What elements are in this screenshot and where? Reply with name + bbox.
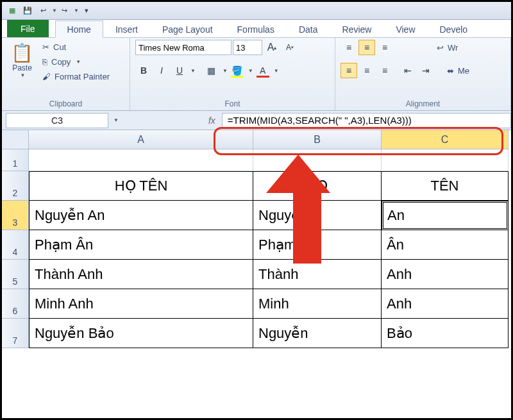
- fill-dropdown-icon[interactable]: ▼: [248, 68, 253, 74]
- format-painter-button[interactable]: 🖌Format Painter: [40, 71, 112, 83]
- paste-label: Paste: [12, 63, 32, 72]
- merge-label: Me: [458, 66, 469, 76]
- tab-developer[interactable]: Develo: [428, 21, 480, 37]
- cell-a6[interactable]: Minh Anh: [29, 289, 253, 319]
- cell-a4[interactable]: Phạm Ân: [29, 230, 253, 260]
- redo-dropdown-icon[interactable]: ▼: [74, 8, 79, 13]
- align-right-button[interactable]: ≡: [376, 63, 393, 78]
- align-left-button[interactable]: ≡: [341, 63, 357, 78]
- cell-b7[interactable]: Nguyễn: [253, 319, 382, 348]
- row-header-7[interactable]: 7: [2, 319, 29, 348]
- format-painter-label: Format Painter: [55, 72, 110, 81]
- clipboard-group-label: Clipboard: [7, 98, 124, 110]
- tab-insert[interactable]: Insert: [103, 21, 150, 37]
- merge-icon: ⬌: [447, 66, 454, 76]
- tab-home[interactable]: Home: [55, 21, 103, 38]
- copy-button[interactable]: ⎘Copy▼: [40, 56, 112, 68]
- fontcolor-dropdown-icon[interactable]: ▼: [274, 68, 279, 74]
- borders-button[interactable]: ▦: [203, 63, 220, 78]
- cell-b4[interactable]: Phạm: [253, 230, 382, 260]
- cell-c7[interactable]: Bảo: [382, 319, 509, 348]
- row-header-1[interactable]: 1: [2, 149, 29, 171]
- col-header-c[interactable]: C: [382, 130, 509, 149]
- undo-icon[interactable]: ↩: [37, 5, 49, 17]
- excel-icon: ▦: [6, 5, 18, 17]
- cell-c2[interactable]: TÊN: [382, 171, 509, 201]
- merge-button[interactable]: ⬌Me: [444, 65, 472, 77]
- group-alignment: ≡ ≡ ≡ ↩Wr ≡ ≡ ≡ ⇤ ⇥ ⬌Me Alignment: [335, 38, 511, 110]
- font-size-select[interactable]: [233, 40, 262, 55]
- cell-c3[interactable]: An: [382, 201, 509, 230]
- cell-a5[interactable]: Thành Anh: [29, 260, 253, 289]
- col-header-b[interactable]: B: [253, 130, 382, 149]
- qat-customize-icon[interactable]: ▾: [81, 5, 92, 17]
- fill-color-button[interactable]: 🪣: [229, 63, 246, 78]
- shrink-font-button[interactable]: A▾: [282, 40, 298, 55]
- cell-c4[interactable]: Ân: [382, 230, 509, 260]
- name-box[interactable]: [6, 113, 108, 128]
- wrap-text-button[interactable]: ↩Wr: [434, 42, 460, 54]
- align-top-button[interactable]: ≡: [341, 40, 357, 55]
- paste-dropdown-icon[interactable]: ▼: [21, 72, 26, 78]
- align-center-button[interactable]: ≡: [358, 63, 375, 78]
- increase-indent-button[interactable]: ⇥: [417, 63, 434, 78]
- cut-button[interactable]: ✂Cut: [40, 41, 112, 53]
- font-name-select[interactable]: [135, 40, 231, 55]
- copy-icon: ⎘: [42, 57, 47, 67]
- underline-dropdown-icon[interactable]: ▼: [190, 68, 196, 74]
- tab-page-layout[interactable]: Page Layout: [150, 21, 225, 37]
- cell-a3[interactable]: Nguyễn An: [29, 201, 253, 230]
- tab-file[interactable]: File: [7, 20, 49, 37]
- align-middle-button[interactable]: ≡: [358, 40, 375, 55]
- paste-button[interactable]: 📋 Paste ▼: [7, 40, 37, 81]
- redo-icon[interactable]: ↪: [59, 5, 71, 17]
- ribbon: 📋 Paste ▼ ✂Cut ⎘Copy▼ 🖌Format Painter Cl…: [2, 38, 511, 111]
- fx-icon[interactable]: fx: [208, 115, 215, 126]
- grow-font-button[interactable]: A▴: [264, 40, 280, 55]
- cell-b3[interactable]: Nguyễn: [253, 201, 382, 230]
- cell-b1[interactable]: [253, 149, 382, 171]
- quick-access-toolbar: ▦ 💾 ↩▼ ↪▼ ▾: [2, 2, 511, 20]
- decrease-indent-button[interactable]: ⇤: [399, 63, 416, 78]
- cell-c5[interactable]: Anh: [382, 260, 509, 289]
- row-header-3[interactable]: 3: [2, 201, 29, 230]
- tab-view[interactable]: View: [383, 21, 427, 37]
- save-icon[interactable]: 💾: [22, 5, 33, 17]
- row-header-2[interactable]: 2: [2, 171, 29, 201]
- tab-review[interactable]: Review: [330, 21, 384, 37]
- align-bottom-button[interactable]: ≡: [376, 40, 393, 55]
- alignment-group-label: Alignment: [341, 98, 505, 110]
- italic-button[interactable]: I: [153, 63, 170, 78]
- cell-c6[interactable]: Anh: [382, 289, 509, 319]
- undo-dropdown-icon[interactable]: ▼: [52, 8, 57, 13]
- formula-bar[interactable]: [222, 113, 511, 128]
- cell-a1[interactable]: [29, 149, 253, 171]
- select-all-corner[interactable]: [2, 130, 29, 149]
- cell-a2[interactable]: HỌ TÊN: [29, 171, 253, 201]
- group-font: A▴ A▾ B I U▼ ▦▼ 🪣▼ A▼ Font: [130, 38, 335, 110]
- cell-b5[interactable]: Thành: [253, 260, 382, 289]
- col-header-a[interactable]: A: [29, 130, 253, 149]
- row-header-4[interactable]: 4: [2, 230, 29, 260]
- tab-formulas[interactable]: Formulas: [225, 21, 287, 37]
- underline-button[interactable]: U: [171, 63, 188, 78]
- cell-b2[interactable]: HỌ: [253, 171, 382, 201]
- cell-a7[interactable]: Nguyễn Bảo: [29, 319, 253, 348]
- bold-button[interactable]: B: [135, 63, 152, 78]
- copy-label: Copy: [51, 57, 71, 67]
- wrap-icon: ↩: [437, 43, 444, 53]
- borders-dropdown-icon[interactable]: ▼: [223, 68, 228, 74]
- cell-c1[interactable]: [382, 149, 509, 171]
- scissors-icon: ✂: [42, 42, 49, 52]
- row-header-5[interactable]: 5: [2, 260, 29, 289]
- clipboard-icon: 📋: [11, 42, 33, 63]
- spreadsheet-grid: A B C 1 2 HỌ TÊN HỌ TÊN 3 Nguyễn An Nguy…: [2, 130, 511, 348]
- tab-data[interactable]: Data: [287, 21, 330, 37]
- copy-dropdown-icon[interactable]: ▼: [76, 59, 81, 65]
- wrap-label: Wr: [448, 43, 458, 53]
- font-color-button[interactable]: A: [255, 63, 271, 78]
- namebox-dropdown-icon[interactable]: ▼: [114, 117, 119, 123]
- ribbon-tabs: File Home Insert Page Layout Formulas Da…: [2, 20, 511, 38]
- cell-b6[interactable]: Minh: [253, 289, 382, 319]
- row-header-6[interactable]: 6: [2, 289, 29, 319]
